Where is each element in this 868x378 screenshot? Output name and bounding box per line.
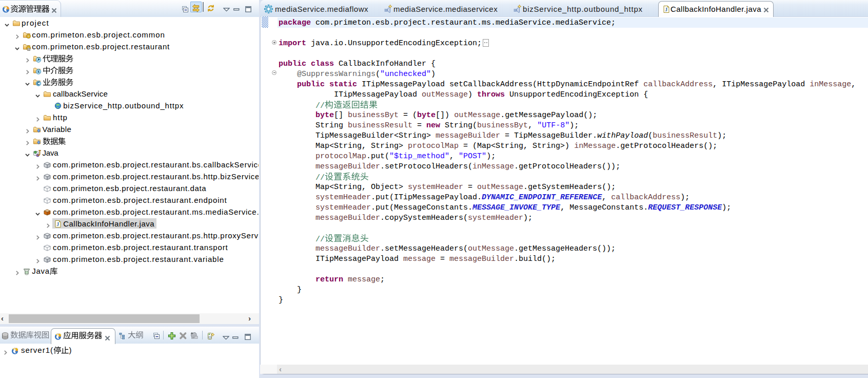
- svg-text:J: J: [56, 222, 59, 227]
- svg-text:J: J: [665, 7, 667, 12]
- svg-text:B: B: [28, 48, 29, 51]
